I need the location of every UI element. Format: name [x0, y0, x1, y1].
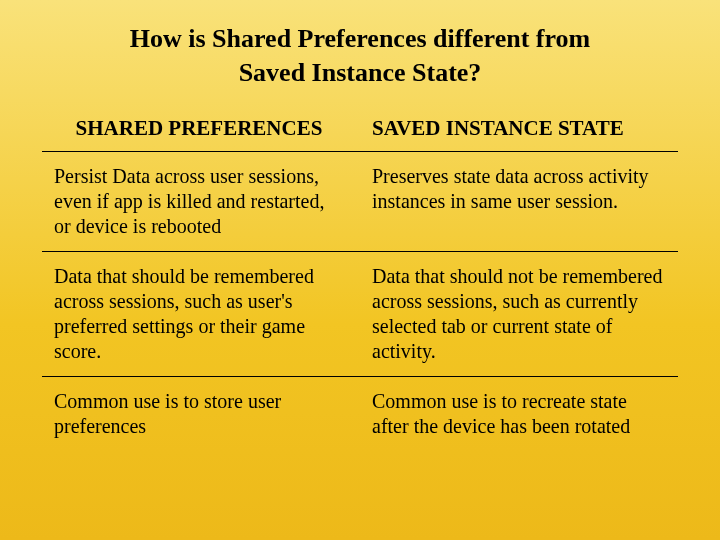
table-row: Persist Data across user sessions, even …	[42, 151, 678, 251]
table-row: Common use is to store user preferences …	[42, 376, 678, 451]
slide-title: How is Shared Preferences different from…	[0, 0, 720, 108]
table-row: Data that should be remembered across se…	[42, 251, 678, 376]
header-saved-instance-state: SAVED INSTANCE STATE	[360, 108, 678, 152]
header-shared-preferences: SHARED PREFERENCES	[42, 108, 360, 152]
cell-left: Persist Data across user sessions, even …	[42, 151, 360, 251]
cell-right: Data that should not be remembered acros…	[360, 251, 678, 376]
cell-right: Preserves state data across activity ins…	[360, 151, 678, 251]
comparison-table: SHARED PREFERENCES SAVED INSTANCE STATE …	[42, 108, 678, 451]
title-line-1: How is Shared Preferences different from	[130, 24, 590, 53]
table-header-row: SHARED PREFERENCES SAVED INSTANCE STATE	[42, 108, 678, 152]
title-line-2: Saved Instance State?	[239, 58, 482, 87]
cell-right: Common use is to recreate state after th…	[360, 376, 678, 451]
cell-left: Data that should be remembered across se…	[42, 251, 360, 376]
cell-left: Common use is to store user preferences	[42, 376, 360, 451]
